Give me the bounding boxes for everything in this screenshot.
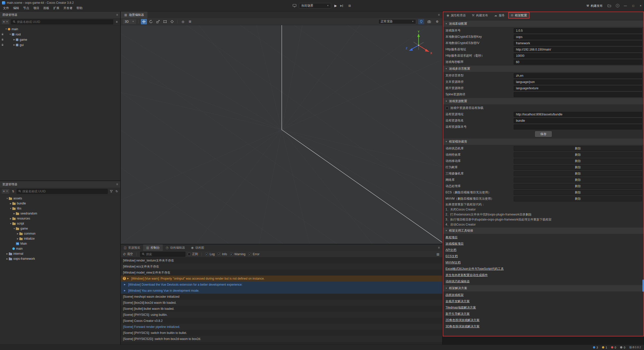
tab-framework-config[interactable]: ⚙ 框架配置 bbox=[508, 12, 530, 19]
tab-services[interactable]: ☁ 服务 bbox=[492, 12, 507, 19]
field-input[interactable] bbox=[514, 47, 642, 52]
doc-link[interactable]: 动画状态机编辑器 bbox=[446, 279, 470, 284]
lock-icon[interactable] bbox=[1, 43, 4, 46]
scene-editor-tab[interactable]: ▦ 场景编辑器 bbox=[121, 12, 147, 18]
section-header-modules[interactable]: ▼ 框架模块裁剪 bbox=[443, 139, 644, 145]
axis-gizmo[interactable]: Y X Z bbox=[404, 31, 434, 58]
console-search-input[interactable] bbox=[146, 252, 184, 256]
expand-arrow-icon[interactable]: ▶ bbox=[9, 202, 12, 205]
build-publish-button[interactable]: ⚒ 构建发布 bbox=[586, 4, 603, 8]
log-row[interactable]: [Scene] [box2d]:box2d wasm lib loaded. bbox=[121, 300, 442, 306]
tab-build-publish[interactable]: ⚒ 构建发布 bbox=[469, 12, 491, 19]
tab-asset-preview[interactable]: ◫资源预览 bbox=[121, 244, 143, 251]
clear-console-button[interactable]: ∅ 清空 bbox=[123, 252, 133, 256]
log-row[interactable]: [Scene] [bullet]:bullet wasm lib loaded. bbox=[121, 306, 442, 312]
expand-arrow-icon[interactable]: ▶ bbox=[16, 233, 19, 235]
delete-button[interactable]: 删除 bbox=[514, 165, 642, 170]
maximize-button[interactable]: □ bbox=[632, 4, 634, 8]
filter-checkbox[interactable]: ✓ bbox=[218, 253, 221, 256]
log-filter-toggle[interactable]: ✓ Error bbox=[249, 252, 260, 256]
field-input[interactable] bbox=[514, 112, 642, 117]
scene-select[interactable]: 当前场景 ▼ bbox=[299, 3, 331, 9]
asset-node-game[interactable]: ▼ game bbox=[0, 226, 120, 231]
field-input[interactable] bbox=[514, 86, 642, 91]
log-row[interactable]: [Window] render_texture文件夹不存在 bbox=[121, 257, 442, 264]
export-log-icon[interactable]: ▤ bbox=[436, 252, 440, 256]
sort-icon[interactable]: ⇅ bbox=[11, 190, 15, 193]
solution-link[interactable]: 3D角色扮演游戏解决方案 bbox=[446, 324, 479, 329]
solution-link[interactable]: 2D角色扮演游戏解决方案 bbox=[446, 318, 479, 322]
log-row-info[interactable]: [Scene] Forward render pipeline initiali… bbox=[121, 324, 442, 330]
regex-toggle[interactable]: 正则 bbox=[188, 252, 198, 256]
tree-node-gui[interactable]: ▶ gui bbox=[0, 42, 120, 48]
panel-menu-icon[interactable]: ≡ bbox=[438, 13, 440, 17]
warning-count-badge[interactable]: 1 bbox=[602, 346, 607, 349]
expand-arrow-icon[interactable]: ▼ bbox=[5, 28, 8, 30]
delete-button[interactable]: 删除 bbox=[514, 196, 642, 201]
log-row[interactable]: [Scene] [PHYSICS]: using builtin. bbox=[121, 312, 442, 318]
menu-item[interactable]: 编辑 bbox=[11, 5, 21, 11]
hierarchy-search-input[interactable] bbox=[17, 20, 111, 24]
minimize-button[interactable]: — bbox=[624, 4, 627, 8]
log-count-badge[interactable]: 3 bbox=[593, 346, 598, 349]
log-row[interactable]: [Scene] Cocos Creator v3.8.2 bbox=[121, 318, 442, 324]
doc-link[interactable]: ECS文档 bbox=[446, 254, 458, 258]
scene-viewport[interactable]: Y X Z bbox=[121, 25, 442, 244]
solution-link[interactable]: Tiledmap地图解决方案 bbox=[446, 305, 476, 310]
folder-icon[interactable] bbox=[607, 4, 611, 7]
log-filter-toggle[interactable]: ✓ Info bbox=[218, 252, 227, 256]
field-input[interactable] bbox=[514, 79, 642, 84]
log-row[interactable]: [Scene] [PHYSICS]: switch from builtin t… bbox=[121, 330, 442, 336]
field-input[interactable] bbox=[514, 73, 642, 78]
delete-button[interactable]: 删除 bbox=[514, 190, 642, 195]
regex-checkbox[interactable] bbox=[188, 253, 191, 256]
panel-menu-icon[interactable]: ≡ bbox=[116, 183, 118, 186]
chevron-right-icon[interactable]: ▶ bbox=[124, 282, 126, 288]
field-input[interactable] bbox=[514, 118, 642, 123]
filter-funnel-icon[interactable] bbox=[109, 190, 113, 193]
delete-button[interactable]: 删除 bbox=[514, 178, 642, 183]
add-asset-button[interactable]: +▼ bbox=[2, 189, 10, 194]
help-icon[interactable]: ? bbox=[616, 4, 619, 8]
panel-menu-icon[interactable]: ≡ bbox=[116, 13, 118, 17]
delete-button[interactable]: 删除 bbox=[514, 152, 642, 157]
scene-light-icon[interactable] bbox=[418, 19, 424, 24]
remote-load-checkbox[interactable] bbox=[446, 107, 449, 110]
asset-node-internal[interactable]: ▶ internal bbox=[0, 251, 120, 256]
field-input[interactable] bbox=[514, 41, 642, 46]
field-input[interactable] bbox=[514, 53, 642, 58]
device-icon[interactable] bbox=[292, 4, 296, 7]
log-row-warning[interactable]: ! ▶ [Window] [Vue warn]: Property "onInp… bbox=[121, 276, 442, 282]
asset-node-libs[interactable]: ▼ libs bbox=[0, 206, 120, 211]
asset-node-script[interactable]: ▼ script bbox=[0, 221, 120, 226]
log-filter-toggle[interactable]: ✓ Warning bbox=[230, 252, 246, 256]
assets-search-input[interactable] bbox=[22, 190, 106, 193]
asset-node-oops-framework[interactable]: ▶ oops-framework bbox=[0, 256, 120, 261]
log-filter-toggle[interactable]: ✓ Log bbox=[205, 252, 215, 256]
menu-item[interactable]: 扩展 bbox=[51, 5, 61, 11]
expand-arrow-icon[interactable]: ▶ bbox=[6, 253, 9, 255]
menu-item[interactable]: 项目 bbox=[31, 5, 41, 11]
doc-link[interactable]: 教程项目 bbox=[446, 235, 458, 240]
menu-item[interactable]: 开发者 bbox=[61, 5, 74, 11]
doc-link[interactable]: Excel格式转Json文件与TypeScript代码工具 bbox=[446, 267, 504, 271]
refresh-icon[interactable]: ↻ bbox=[115, 190, 119, 193]
filter-checkbox[interactable]: ✓ bbox=[249, 253, 252, 256]
doc-link[interactable]: MVVM文档 bbox=[446, 260, 461, 265]
tree-node-root[interactable]: ▼ root bbox=[0, 32, 120, 37]
close-button[interactable]: × bbox=[640, 4, 641, 8]
expand-arrow-icon[interactable]: ▶ bbox=[6, 258, 9, 260]
section-header-resources[interactable]: ▼ 游戏资源配置 bbox=[443, 98, 644, 104]
log-row[interactable]: [Scene] [PHYSICS2D]: switch from box2d-w… bbox=[121, 336, 442, 342]
render-mode-select[interactable]: 正常渲染 ▼ bbox=[378, 19, 416, 24]
lock-icon[interactable] bbox=[1, 33, 4, 35]
panel-menu-icon[interactable]: ≡ bbox=[438, 246, 440, 249]
mode-3d-button[interactable]: 3D▼ bbox=[123, 19, 136, 24]
solution-link[interactable]: 新手引导解决方案 bbox=[446, 312, 470, 316]
hierarchy-filter-icon[interactable]: ≡ bbox=[115, 20, 119, 24]
tab-animation-editor[interactable]: ◷动画编辑器 bbox=[163, 244, 188, 251]
expand-arrow-icon[interactable]: ▼ bbox=[13, 228, 16, 230]
save-button[interactable]: 保存 bbox=[535, 131, 552, 137]
scale-tool-icon[interactable] bbox=[155, 19, 161, 24]
play-button[interactable]: ▶ bbox=[334, 4, 338, 8]
